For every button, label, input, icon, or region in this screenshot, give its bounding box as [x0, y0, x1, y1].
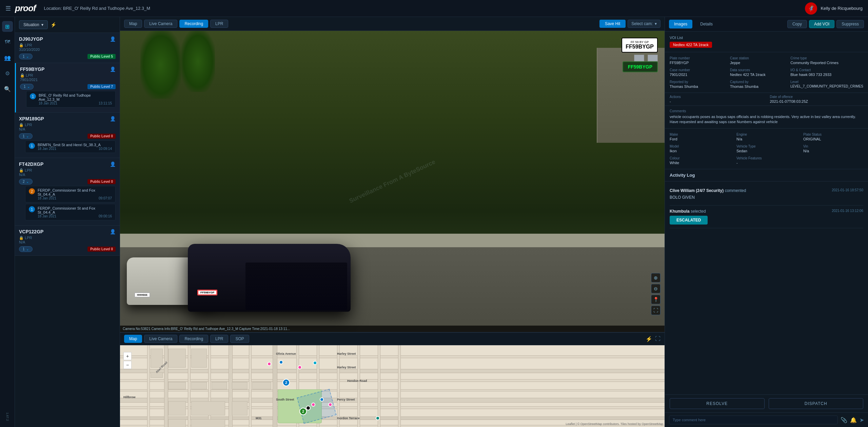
vehicle-features-value: -: [736, 161, 796, 165]
map-tab-sop[interactable]: SOP: [230, 335, 249, 343]
map-tab-lpr[interactable]: LPR: [210, 335, 228, 343]
vehicle-plate: DJ90JYGP: [19, 36, 43, 42]
map-pin-pink-3[interactable]: [311, 403, 315, 407]
topbar: ☰ proof Location: BRE_O' Reilly Rd and T…: [0, 0, 868, 17]
sidebar-map-icon[interactable]: 🗺: [2, 37, 13, 47]
crime-type-label: Crime type: [790, 56, 863, 60]
level-label: Level: [790, 80, 863, 84]
vehicle-type-value: Sedan: [736, 149, 796, 153]
sublocation-item[interactable]: 1 BRMFN_Smit St and Henri St_38.3_A 18 J…: [25, 140, 116, 153]
speaker-icon[interactable]: 🔔: [850, 417, 857, 423]
tab-lpr[interactable]: LPR: [210, 20, 228, 28]
io-contact-field: I/O & Contact Blue hawk 083 733 2933: [790, 68, 863, 77]
detail-grid: Make Ford Engine N/a Plate Status ORIGIN…: [665, 129, 868, 169]
level-badge: Public Level 0: [87, 179, 116, 184]
map-tab-recording[interactable]: Recording: [179, 335, 208, 343]
camera-select[interactable]: Select cam: ▾: [628, 20, 660, 28]
vehicle-plate: FF59BYGP: [20, 66, 44, 72]
subloc-time: 09:07:07: [99, 196, 112, 200]
map-tab-map[interactable]: Map: [124, 335, 142, 343]
escalated-badge[interactable]: ESCALATED: [670, 216, 708, 225]
map-pin-teal[interactable]: [376, 416, 380, 420]
zoom-location-button[interactable]: 📍: [651, 295, 660, 304]
map-badge-2-top[interactable]: 2: [282, 379, 290, 386]
model-field: Model Ikon: [670, 144, 730, 153]
date-offence-value: 2021-01-07T08:03:25Z: [770, 99, 864, 103]
map-pin-blue[interactable]: [279, 360, 283, 364]
actions-field: Actions -: [670, 95, 763, 103]
map-pin-pink-2[interactable]: [298, 365, 302, 369]
sidebar-settings-icon[interactable]: ⚙: [2, 68, 13, 79]
situation-dropdown[interactable]: Situation ▾: [19, 20, 48, 29]
olivia-avenue-label: Olivia Avenue: [276, 352, 296, 355]
vehicle-date: N/A: [19, 173, 116, 177]
vehicle-card[interactable]: FT42DXGP 👤 🔒 LPR N/A 2 ⌄ Public Level 0 …: [15, 158, 120, 226]
voi-list-title: VOI List: [670, 36, 863, 40]
map-fullscreen-icon[interactable]: ⛶: [655, 336, 660, 342]
case-station-label: Case station: [730, 56, 784, 60]
make-label: Make: [670, 133, 730, 136]
vin-value: N/a: [803, 149, 863, 153]
attachment-icon[interactable]: 📎: [841, 417, 847, 423]
filter-icon[interactable]: ⚡: [51, 22, 56, 27]
map-pin-blue-2[interactable]: [320, 397, 324, 402]
fullscreen-button[interactable]: ⛶: [651, 306, 660, 315]
map-pin-cyan[interactable]: [313, 361, 317, 365]
zoom-in-button[interactable]: ⊕: [651, 273, 660, 283]
map-pin-pink[interactable]: [267, 362, 271, 366]
dispatch-button[interactable]: DISPATCH: [769, 398, 864, 409]
sublocation-item[interactable]: 1 BRE_O' Reilly Rd and Tudhope Ave_12.3_…: [26, 91, 116, 108]
tab-details[interactable]: Details: [695, 20, 718, 28]
zoom-out-button[interactable]: ⊖: [651, 284, 660, 293]
save-hit-button[interactable]: Save Hit: [599, 20, 626, 28]
comment-input[interactable]: [669, 415, 838, 424]
map-section: Map Live Camera Recording LPR SOP ⚡ ⛶: [120, 332, 665, 427]
vehicle-plate: XPM189GP: [19, 116, 44, 121]
crime-type-field: Crime type Community Reported Crimes: [790, 56, 863, 65]
sidebar-users-icon[interactable]: 👥: [2, 52, 13, 63]
captured-by-value: Thomas Shumba: [730, 84, 784, 89]
subloc-date: 18 Jan 2021: [38, 196, 56, 200]
suppress-button[interactable]: Suppress: [836, 20, 864, 28]
tab-images[interactable]: Images: [669, 20, 692, 28]
vehicle-type: 🔒 LPR: [19, 123, 116, 127]
vehicle-card-selected[interactable]: FF59BYGP 👤 🔒 LPR 7901/2021 1 ⌄ Public Le…: [15, 63, 120, 113]
sidebar-home-icon[interactable]: ⊞: [2, 21, 13, 32]
voi-section: VOI List Nedtex 422 TA 1track: [665, 32, 868, 52]
vehicle-card[interactable]: DJ90JYGP 👤 🔒 LPR 310/10/2020 1 ⌄ Public …: [15, 33, 120, 63]
colour-field: Colour White: [670, 156, 730, 165]
video-section: Map Live Camera Recording LPR Save Hit S…: [120, 17, 665, 332]
level-badge: Public Level 0: [87, 247, 116, 252]
sidebar-search-icon[interactable]: 🔍: [2, 83, 13, 94]
tab-map[interactable]: Map: [124, 20, 142, 28]
dark-pin[interactable]: [306, 406, 311, 410]
comments-text: vehicle occupants poses as bogus saps of…: [670, 114, 863, 125]
engine-field: Engine N/a: [736, 133, 796, 141]
hendon-road-label: Hendon Road: [347, 379, 367, 383]
copy-button[interactable]: Copy: [787, 20, 807, 28]
resolve-button[interactable]: RESOLVE: [670, 398, 765, 409]
video-tab-bar: Map Live Camera Recording LPR Save Hit S…: [120, 17, 665, 31]
map-zoom-in[interactable]: +: [123, 352, 132, 360]
map-pin-pink-4[interactable]: [328, 403, 332, 407]
tab-recording[interactable]: Recording: [179, 20, 208, 28]
model-value: Ikon: [670, 149, 730, 153]
vehicle-card[interactable]: VCP122GP 👤 🔒 LPR N/A 1 ⌄ Public Level 0: [15, 226, 120, 256]
map-container[interactable]: Abel Road Hillbrow Harley Street Harley …: [120, 345, 665, 427]
vehicle-card[interactable]: XPM189GP 👤 🔒 LPR N/A 1 ⌄ Public Level 0 …: [15, 113, 120, 158]
tab-live-camera[interactable]: Live Camera: [144, 20, 177, 28]
map-tab-live-camera[interactable]: Live Camera: [144, 335, 177, 343]
map-filter-icon[interactable]: ⚡: [646, 336, 652, 342]
add-voi-button[interactable]: Add VOI: [809, 20, 834, 28]
sublocation-item[interactable]: 1 FERDP_Commissioner St and Fox St_04.4_…: [25, 204, 116, 220]
date-offence-label: Date of offence: [770, 95, 864, 99]
user-menu[interactable]: 🦸 Kelly de Ricquebourg: [805, 2, 863, 15]
activity-user: Clive William (24/7 Security) commented: [670, 188, 746, 193]
vehicle-type-label: Vehicle Type: [736, 144, 796, 148]
hillbrow-label: Hillbrow: [123, 395, 136, 399]
hamburger-icon[interactable]: ☰: [5, 5, 11, 12]
left-panel-header: Situation ▾ ⚡: [15, 17, 120, 33]
map-zoom-out[interactable]: −: [123, 361, 132, 369]
send-icon[interactable]: ➤: [860, 417, 864, 423]
sublocation-item[interactable]: 2 FERDP_Commissioner St and Fox St_04.4_…: [25, 186, 116, 202]
